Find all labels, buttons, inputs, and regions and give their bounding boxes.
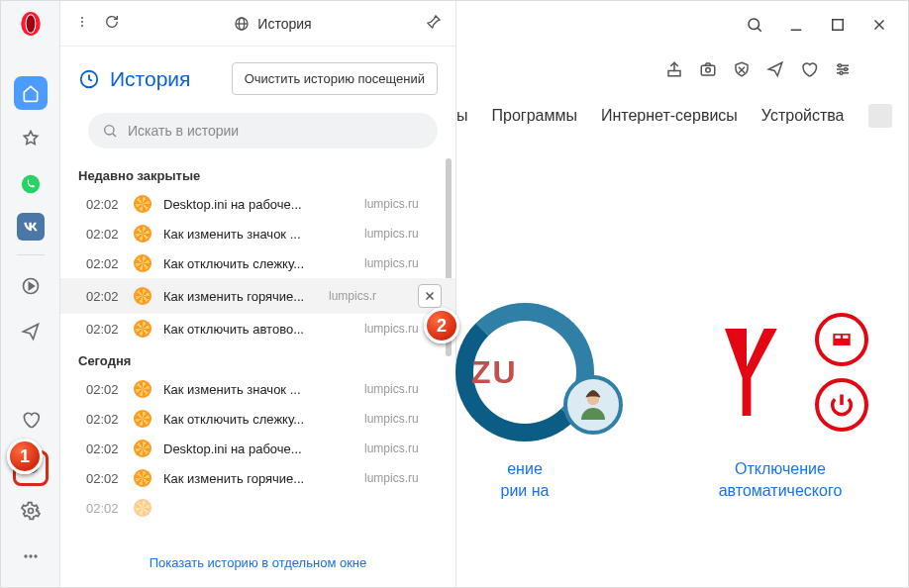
history-item[interactable]: 02:02Как отключить автово...lumpics.ru <box>60 314 455 343</box>
address-bar-actions <box>663 58 854 80</box>
sidebar-divider <box>17 254 45 255</box>
sidebar-bookmarks[interactable] <box>14 122 48 155</box>
svg-point-24 <box>24 554 27 557</box>
heart-icon[interactable] <box>798 58 820 80</box>
tile-caption: Отключениеавтоматического <box>672 458 888 503</box>
nav-item[interactable]: Программы <box>492 107 577 125</box>
svg-point-26 <box>34 554 37 557</box>
sidebar-vk[interactable] <box>17 213 45 241</box>
svg-point-20 <box>21 175 39 193</box>
history-item[interactable]: 02:02Как изменить горячие...lumpics.r <box>60 278 455 314</box>
svg-line-35 <box>113 134 116 137</box>
globe-icon <box>234 16 250 32</box>
section-recently-closed: Недавно закрытые <box>60 158 455 189</box>
history-panel: История История Очистить историю посещен… <box>60 1 456 587</box>
svg-point-15 <box>845 68 848 71</box>
site-favicon <box>134 440 152 457</box>
callout-badge-2: 2 <box>424 308 459 343</box>
svg-rect-42 <box>843 336 848 339</box>
history-item[interactable]: 02:02 <box>60 493 455 523</box>
svg-rect-3 <box>833 20 844 31</box>
svg-point-28 <box>81 21 83 23</box>
svg-point-14 <box>839 64 842 67</box>
history-item[interactable]: 02:02Как отключить слежку...lumpics.ru <box>60 248 455 278</box>
svg-point-23 <box>28 509 33 514</box>
sidebar-home[interactable] <box>14 76 48 110</box>
svg-point-27 <box>81 17 83 19</box>
maximize-button[interactable] <box>821 8 855 42</box>
sidebar-whatsapp[interactable] <box>14 167 48 201</box>
sidebar-more[interactable] <box>14 539 48 573</box>
history-title: История <box>78 67 190 91</box>
pin-icon[interactable] <box>426 14 442 34</box>
reload-icon[interactable] <box>104 14 120 34</box>
svg-point-25 <box>29 554 32 557</box>
window-controls <box>726 1 908 49</box>
clear-history-button[interactable]: Очистить историю посещений <box>232 62 438 95</box>
easy-setup-icon[interactable] <box>832 58 854 80</box>
panel-tab-label: История <box>257 16 311 32</box>
panel-toolbar: История <box>60 1 455 47</box>
history-item[interactable]: 02:02Как изменить горячие...lumpics.ru <box>60 463 455 493</box>
nav-item[interactable]: Устройства <box>761 107 845 125</box>
svg-point-0 <box>749 19 759 30</box>
site-favicon <box>134 380 152 398</box>
site-favicon <box>134 195 152 213</box>
sidebar-pinboards[interactable] <box>14 403 48 437</box>
nav-more[interactable] <box>868 104 892 128</box>
send-icon[interactable] <box>764 58 786 80</box>
svg-point-19 <box>26 15 35 32</box>
history-item[interactable]: 02:02Desktop.ini на рабоче...lumpics.ru <box>60 189 455 219</box>
svg-point-29 <box>81 25 83 27</box>
history-item[interactable]: 02:02Desktop.ini на рабоче...lumpics.ru <box>60 434 455 463</box>
site-favicon <box>134 287 152 305</box>
content-area: ZU ениерии на Отключениеавтоматического <box>456 298 888 503</box>
svg-line-1 <box>758 28 760 31</box>
nav-item[interactable]: Интернет-сервисы <box>601 107 738 125</box>
site-favicon <box>134 410 152 428</box>
search-placeholder: Искать в истории <box>128 123 239 139</box>
yandex-logo <box>692 318 801 427</box>
history-header: История Очистить историю посещений <box>60 47 455 105</box>
history-item[interactable]: 02:02Как изменить значок ...lumpics.ru <box>60 219 455 248</box>
left-sidebar <box>1 1 60 587</box>
site-favicon <box>134 254 152 272</box>
site-nav: ы Программы Интернет-сервисы Устройства <box>456 104 892 128</box>
sidebar-flow[interactable] <box>14 315 48 348</box>
panel-menu-icon[interactable] <box>74 14 90 34</box>
search-icon <box>102 123 118 139</box>
section-today: Сегодня <box>60 343 455 374</box>
show-full-history-link[interactable]: Показать историю в отдельном окне <box>150 555 367 570</box>
close-button[interactable] <box>862 8 896 42</box>
history-list: Недавно закрытые 02:02Desktop.ini на раб… <box>60 158 455 541</box>
svg-point-16 <box>840 71 843 74</box>
history-search[interactable]: Искать в истории <box>88 113 438 148</box>
shield-icon[interactable] <box>731 58 753 80</box>
svg-point-8 <box>706 68 711 73</box>
article-tile[interactable]: Отключениеавтоматического <box>672 298 888 503</box>
site-favicon <box>134 499 152 517</box>
panel-tab: История <box>134 16 412 32</box>
film-icon <box>815 313 868 366</box>
site-favicon <box>134 320 152 338</box>
svg-rect-41 <box>836 336 841 339</box>
search-icon[interactable] <box>738 8 771 42</box>
minimize-button[interactable] <box>779 8 813 42</box>
svg-rect-40 <box>833 334 850 346</box>
callout-badge-1: 1 <box>7 439 43 474</box>
svg-rect-7 <box>701 65 715 75</box>
site-favicon <box>134 469 152 487</box>
avatar-icon <box>563 375 623 435</box>
power-icon <box>815 378 868 432</box>
history-item[interactable]: 02:02Как изменить значок ...lumpics.ru <box>60 374 455 404</box>
history-footer: Показать историю в отдельном окне <box>60 541 455 587</box>
tile-caption: ениерии на <box>417 458 633 503</box>
share-icon[interactable] <box>663 58 685 80</box>
snapshot-icon[interactable] <box>697 58 719 80</box>
sidebar-player[interactable] <box>14 269 48 303</box>
site-favicon <box>134 225 152 243</box>
history-item[interactable]: 02:02Как отключить слежку...lumpics.ru <box>60 404 455 434</box>
opera-logo[interactable] <box>18 11 44 37</box>
nav-item[interactable]: ы <box>456 107 468 125</box>
sidebar-settings[interactable] <box>14 494 48 528</box>
